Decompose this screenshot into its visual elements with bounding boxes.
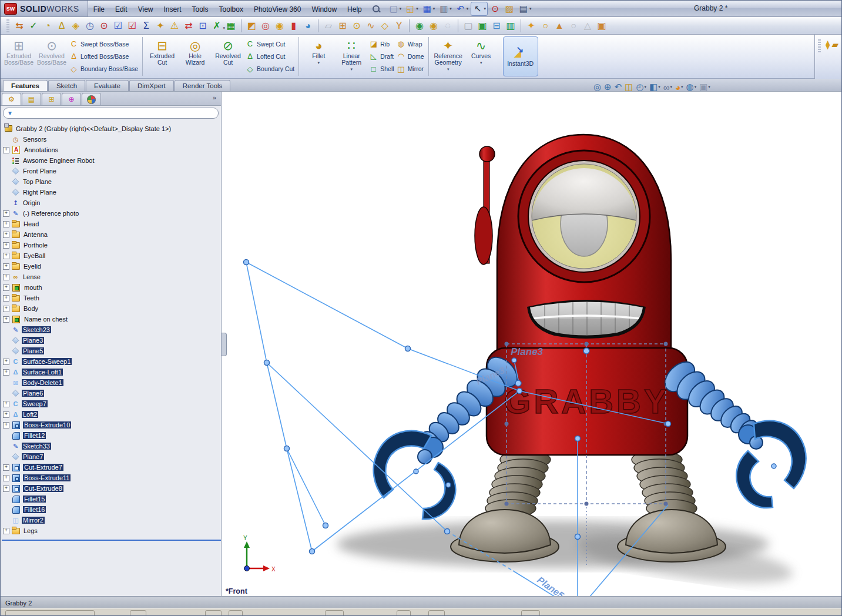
- expand-toggle[interactable]: +: [3, 295, 9, 302]
- tree-item[interactable]: + Plane3: [2, 335, 221, 346]
- menu-item[interactable]: View: [133, 3, 159, 16]
- surface-revolve-icon[interactable]: ⊙: [350, 19, 364, 33]
- ribbon-big-button[interactable]: ∿ Curves ▾: [465, 36, 498, 77]
- final-render-icon[interactable]: ◉: [273, 19, 287, 33]
- plane3-label[interactable]: Plane3: [511, 346, 543, 357]
- equations-icon[interactable]: Σ: [139, 19, 153, 33]
- tree-item[interactable]: + Antenna: [2, 229, 221, 240]
- tree-item[interactable]: + Origin: [2, 197, 221, 208]
- expand-toggle[interactable]: +: [3, 306, 9, 312]
- dimxpert-manager-tab[interactable]: ⊕: [62, 93, 81, 105]
- menu-item[interactable]: File: [88, 3, 110, 16]
- zoom-to-selection-icon[interactable]: ◉: [412, 19, 427, 33]
- expand-toggle[interactable]: +: [3, 401, 9, 407]
- move-copy-body-icon[interactable]: ⊟: [489, 19, 504, 33]
- undo-icon[interactable]: ↶▾: [454, 2, 470, 15]
- surface-plane-icon[interactable]: ▱: [321, 19, 336, 33]
- surface-flag-icon[interactable]: ⧫: [826, 39, 830, 79]
- tree-item[interactable]: + Sketch23: [2, 324, 221, 335]
- tree-item[interactable]: + mouth: [2, 282, 221, 293]
- ribbon-small-button[interactable]: ◪ Rib: [369, 38, 394, 49]
- menu-item[interactable]: Tools: [187, 3, 214, 16]
- tree-item[interactable]: + Top Plane: [2, 176, 221, 187]
- taskbar-app-icon[interactable]: [205, 610, 222, 615]
- ribbon-big-button[interactable]: ◎ Hole Wizard: [179, 36, 212, 77]
- ribbon-big-button[interactable]: ∷ Linear Pattern ▾: [335, 36, 368, 77]
- tree-item[interactable]: + Cut-Extrude8: [2, 483, 221, 494]
- statistics-icon[interactable]: ▥: [504, 19, 518, 33]
- status-light-icon[interactable]: ⊙: [97, 19, 111, 33]
- panel-collapse-handle[interactable]: [222, 333, 227, 356]
- toolbar-grip[interactable]: [6, 19, 9, 32]
- expand-toggle[interactable]: +: [3, 274, 9, 280]
- sensor-check-icon[interactable]: ☑: [111, 19, 125, 33]
- tree-item[interactable]: + Body: [2, 303, 221, 314]
- panel-splitter[interactable]: [2, 540, 221, 541]
- display-manager-tab[interactable]: [82, 93, 101, 105]
- tree-item[interactable]: + Plane6: [2, 388, 221, 399]
- tree-item[interactable]: + Teeth: [2, 293, 221, 303]
- save-icon[interactable]: ▦▾: [421, 2, 437, 15]
- ribbon-tab[interactable]: Sketch: [48, 80, 85, 91]
- ribbon-small-button[interactable]: ◠ Dome: [397, 51, 424, 62]
- measure-icon[interactable]: ◔: [41, 19, 55, 33]
- expand-toggle[interactable]: +: [3, 253, 9, 259]
- ribbon-small-button[interactable]: □ Shell: [369, 63, 394, 75]
- traffic-light-icon[interactable]: ⊙: [489, 2, 502, 15]
- select-cursor-icon[interactable]: ↖▾: [471, 2, 488, 16]
- menu-item[interactable]: PhotoView 360: [249, 3, 307, 16]
- zoom-fit-icon[interactable]: ◎: [593, 81, 602, 93]
- properties-icon[interactable]: ▨: [503, 2, 516, 15]
- tree-item[interactable]: + Porthole: [2, 240, 221, 250]
- robot-body[interactable]: GRABBY: [487, 348, 687, 455]
- tree-item[interactable]: + Front Plane: [2, 166, 221, 176]
- plane5-label[interactable]: Plane5: [535, 575, 566, 596]
- tree-root-item[interactable]: Grabby 2 (Grabby (right)<<Default>_Displ…: [2, 123, 221, 134]
- options-icon[interactable]: ▤▾: [517, 2, 533, 15]
- tree-item[interactable]: + Fillet12: [2, 430, 221, 441]
- taskbar-app-icon[interactable]: [521, 610, 540, 615]
- tree-item[interactable]: + Body-Delete1: [2, 377, 221, 388]
- spell-check-icon[interactable]: ✓: [26, 19, 41, 33]
- taskbar-app-icon[interactable]: [325, 610, 344, 615]
- expand-toggle[interactable]: +: [3, 369, 9, 376]
- surface-sweep-icon[interactable]: ∿: [364, 19, 378, 33]
- hide-show-items-icon[interactable]: ∞▾: [663, 81, 673, 93]
- tree-item[interactable]: + Surface-Sweep1: [2, 356, 221, 367]
- ribbon-small-button[interactable]: C Swept Boss/Base: [69, 38, 138, 49]
- robot-antenna[interactable]: [475, 146, 495, 265]
- design-table-icon[interactable]: ▦: [224, 19, 238, 33]
- ribbon-small-button[interactable]: ◇ Boundary Cut: [246, 63, 294, 75]
- expand-toggle[interactable]: +: [3, 221, 9, 227]
- section-view-icon[interactable]: ◫: [624, 81, 633, 93]
- expand-toggle[interactable]: +: [3, 210, 9, 217]
- tree-item[interactable]: + Head: [2, 219, 221, 229]
- taskbar-app-icon[interactable]: [229, 610, 243, 615]
- menu-item[interactable]: Window: [306, 3, 342, 16]
- ribbon-small-button[interactable]: Δ Lofted Boss/Base: [69, 51, 138, 62]
- ribbon-small-button[interactable]: C Swept Cut: [246, 38, 294, 49]
- ribbon-tab[interactable]: Render Tools: [175, 80, 231, 91]
- tree-item[interactable]: + Plane5: [2, 346, 221, 356]
- ribbon-big-button[interactable]: ◕ Fillet ▾: [302, 36, 335, 77]
- move-entities-icon[interactable]: ◈: [69, 19, 83, 33]
- tree-item[interactable]: + Boss-Extrude11: [2, 473, 221, 483]
- surface-flag2-icon[interactable]: ▰: [831, 39, 838, 79]
- tree-item[interactable]: + Awsome Engineer Robot: [2, 155, 221, 166]
- tree-item[interactable]: + Name on chest: [2, 314, 221, 324]
- tree-item[interactable]: + Eyelid: [2, 261, 221, 272]
- tree-item[interactable]: + EyeBall: [2, 250, 221, 261]
- zoom-area-icon[interactable]: ⊕: [603, 81, 612, 93]
- feature-manager-tab[interactable]: ⚙: [2, 93, 21, 105]
- robot-legs[interactable]: [485, 451, 697, 517]
- taskbar-app-icon[interactable]: [397, 610, 411, 615]
- appearance-icon[interactable]: ▣: [475, 19, 489, 33]
- tree-item[interactable]: + Loft2: [2, 409, 221, 420]
- exchange-references-icon[interactable]: ⇆: [12, 19, 26, 33]
- ribbon-small-button[interactable]: ◺ Draft: [369, 51, 394, 62]
- ribbon-small-button[interactable]: Δ Lofted Cut: [246, 51, 294, 62]
- expand-toggle[interactable]: +: [3, 464, 9, 471]
- body-box-icon[interactable]: ▣: [595, 19, 609, 33]
- ribbon-small-button[interactable]: ◍ Wrap: [397, 38, 424, 49]
- tree-item[interactable]: + Sketch33: [2, 441, 221, 451]
